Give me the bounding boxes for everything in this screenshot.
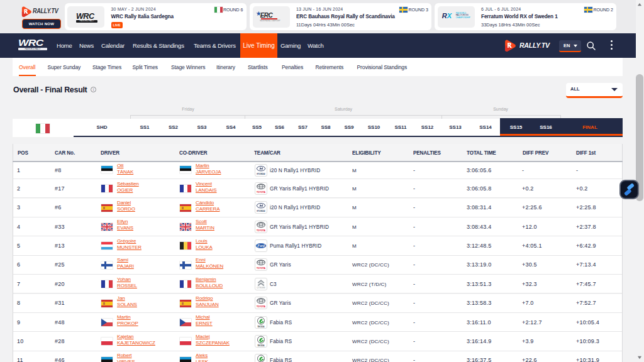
svg-text:ŠKODA: ŠKODA	[258, 344, 265, 347]
svg-text:HYUNDAI: HYUNDAI	[257, 173, 265, 175]
svg-text:TOYOTA: TOYOTA	[257, 305, 265, 308]
svg-text:Ford: Ford	[257, 244, 265, 248]
svg-text:CITROËN: CITROËN	[257, 287, 265, 289]
svg-text:ŠKODA: ŠKODA	[258, 324, 265, 327]
svg-text:HYUNDAI: HYUNDAI	[257, 210, 265, 212]
svg-text:TOYOTA: TOYOTA	[257, 191, 265, 194]
svg-text:TOYOTA: TOYOTA	[257, 229, 265, 231]
svg-text:TOYOTA: TOYOTA	[257, 267, 265, 270]
